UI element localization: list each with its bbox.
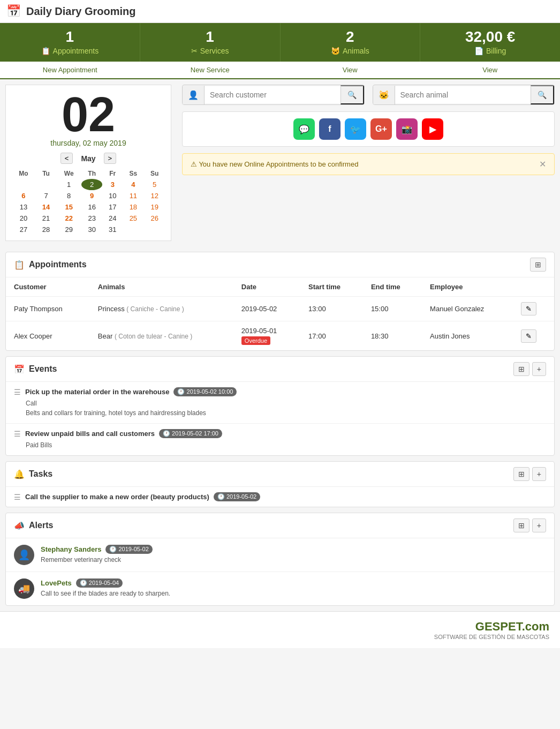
cal-day[interactable]: 17: [102, 201, 123, 213]
customer-search-group: 👤 🔍: [182, 85, 365, 105]
cal-day[interactable]: 7: [36, 190, 56, 201]
cal-day[interactable]: 9: [81, 190, 102, 201]
appointments-table: CustomerAnimalsDateStart timeEnd timeEmp…: [6, 277, 554, 350]
cal-day[interactable]: 21: [36, 213, 56, 224]
drag-icon: ☰: [14, 493, 21, 501]
stat-number-appointments: 1: [4, 29, 135, 44]
footer-brand-suffix: .com: [522, 620, 549, 633]
cal-day[interactable]: 8: [56, 190, 81, 201]
cal-day[interactable]: 27: [11, 224, 36, 235]
search-customer-input[interactable]: [205, 86, 340, 103]
alerts-export-btn[interactable]: ⊞: [513, 518, 529, 532]
event-detail: CallBelts and collars for training, hote…: [14, 399, 546, 418]
cal-day[interactable]: 10: [102, 190, 123, 201]
cal-day[interactable]: 1: [56, 179, 81, 190]
cal-day: [36, 179, 56, 190]
appointments-section: 📋 Appointments ⊞ CustomerAnimalsDateStar…: [5, 252, 555, 351]
facebook-icon[interactable]: f: [319, 118, 340, 140]
cal-day[interactable]: 3: [102, 179, 123, 190]
cal-day[interactable]: 16: [81, 201, 102, 213]
calendar-date-text: thursday, 02 may 2019: [11, 139, 165, 147]
appt-cell: 15:00: [363, 297, 422, 321]
nav-link-animals[interactable]: View: [280, 62, 420, 78]
nav-link-services[interactable]: New Service: [140, 62, 281, 78]
cal-day[interactable]: 19: [143, 201, 165, 213]
instagram-icon[interactable]: 📸: [396, 118, 418, 140]
cal-header-we: We: [56, 168, 81, 179]
cal-day[interactable]: 15: [56, 201, 81, 213]
alerts-actions: ⊞ +: [513, 518, 546, 532]
cal-day[interactable]: 23: [81, 213, 102, 224]
alerts-icon: 📣: [14, 521, 25, 531]
alert-name[interactable]: Stephany Sanders: [41, 545, 101, 553]
calendar-next-btn[interactable]: >: [104, 153, 117, 164]
cal-day[interactable]: 14: [36, 201, 56, 213]
calendar-prev-btn[interactable]: <: [60, 153, 73, 164]
events-actions: ⊞ +: [513, 362, 546, 376]
tasks-section: 🔔 Tasks ⊞ + ☰ Call the supplier to make …: [5, 461, 555, 507]
cal-day[interactable]: 18: [123, 201, 143, 213]
cal-day[interactable]: 12: [143, 190, 165, 201]
cal-header-ss: Ss: [123, 168, 143, 179]
cal-day[interactable]: 26: [143, 213, 165, 224]
list-item: ☰ Review unpaid bills and call customers…: [6, 424, 554, 455]
appt-cell: 18:30: [363, 321, 422, 351]
calendar-icon: 📅: [6, 4, 21, 18]
alerts-add-btn[interactable]: +: [532, 518, 546, 532]
alert-banner: ⚠ You have new Online Appointments to be…: [182, 153, 555, 175]
twitter-icon[interactable]: 🐦: [345, 118, 366, 140]
appt-edit-btn[interactable]: ✎: [521, 302, 536, 315]
cal-day[interactable]: 25: [123, 213, 143, 224]
cal-day[interactable]: 24: [102, 213, 123, 224]
appt-cell: Manuel Gonzalez: [422, 297, 513, 321]
customer-search-button[interactable]: 🔍: [340, 85, 364, 104]
appt-cell: 2019-05-01Overdue: [233, 321, 300, 351]
customer-icon: 👤: [183, 86, 205, 104]
search-animal-input[interactable]: [395, 86, 531, 103]
appointments-export-btn[interactable]: ⊞: [530, 258, 546, 272]
nav-link-appointments[interactable]: New Appointment: [0, 62, 140, 78]
list-item: ☰ Call the supplier to make a new order …: [6, 487, 554, 507]
tasks-list: ☰ Call the supplier to make a new order …: [6, 487, 554, 507]
cal-day[interactable]: 4: [123, 179, 143, 190]
animal-search-group: 🐱 🔍: [373, 85, 555, 105]
appt-edit-btn[interactable]: ✎: [521, 329, 536, 343]
event-datetime: 🕐 2019-05-02 10:00: [173, 387, 237, 396]
tasks-add-btn[interactable]: +: [532, 467, 546, 481]
nav-link-billing[interactable]: View: [420, 62, 561, 78]
youtube-icon[interactable]: ▶: [422, 118, 443, 140]
list-item: 🚚 LovePets 🕐 2019-05-04 Call to see if t…: [6, 572, 554, 605]
stats-item-animals[interactable]: 2 🐱 Animals: [281, 23, 421, 62]
google-plus-icon[interactable]: G+: [370, 118, 392, 140]
search-row: 👤 🔍 🐱 🔍: [182, 85, 555, 105]
cal-day[interactable]: 30: [81, 224, 102, 235]
stats-item-appointments[interactable]: 1 📋 Appointments: [0, 23, 140, 62]
calendar-table: MoTuWeThFrSsSu12345678910111213141516171…: [11, 168, 165, 235]
cal-day[interactable]: 2: [81, 179, 102, 190]
cal-day[interactable]: 29: [56, 224, 81, 235]
cal-day[interactable]: 20: [11, 213, 36, 224]
alert-banner-close[interactable]: ✕: [539, 159, 546, 169]
footer-tagline: SOFTWARE DE GESTIÓN DE MASCOTAS: [11, 634, 549, 640]
events-add-btn[interactable]: +: [532, 362, 546, 376]
cal-day[interactable]: 28: [36, 224, 56, 235]
cal-day[interactable]: 5: [143, 179, 165, 190]
cal-day[interactable]: 13: [11, 201, 36, 213]
alert-name[interactable]: LovePets: [41, 579, 72, 587]
stats-item-services[interactable]: 1 ✂ Services: [140, 23, 281, 62]
animal-search-button[interactable]: 🔍: [531, 85, 554, 104]
cal-day[interactable]: 11: [123, 190, 143, 201]
avatar: 👤: [14, 545, 34, 565]
appt-col-animals: Animals: [90, 277, 233, 297]
appt-cell: Paty Thompson: [6, 297, 90, 321]
cal-day[interactable]: 31: [102, 224, 123, 235]
appt-col-customer: Customer: [6, 277, 90, 297]
stats-item-billing[interactable]: 32,00 € 📄 Billing: [420, 23, 560, 62]
cal-header-tu: Tu: [36, 168, 56, 179]
appt-col-start-time: Start time: [300, 277, 363, 297]
events-export-btn[interactable]: ⊞: [513, 362, 529, 376]
cal-day[interactable]: 22: [56, 213, 81, 224]
cal-day[interactable]: 6: [11, 190, 36, 201]
whatsapp-icon[interactable]: 💬: [293, 118, 315, 140]
tasks-export-btn[interactable]: ⊞: [513, 467, 529, 481]
